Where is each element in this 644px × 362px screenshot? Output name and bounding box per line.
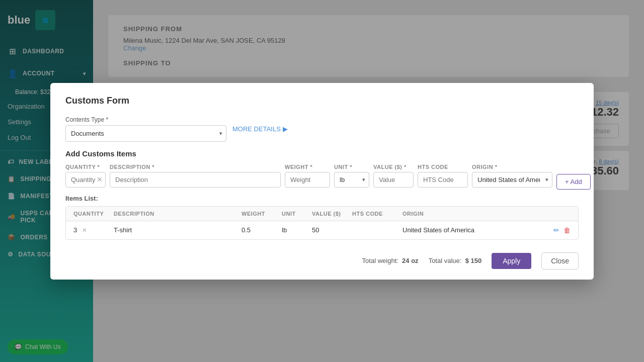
total-weight-label: Total weight: 24 oz — [362, 257, 419, 264]
close-button[interactable]: Close — [541, 252, 579, 269]
col-header-quantity: Quantity * — [65, 164, 106, 170]
origin-select[interactable]: United States of America Canada Mexico U… — [472, 172, 552, 188]
total-value-display: $ 150 — [465, 257, 482, 264]
th-weight: WEIGHT — [242, 211, 282, 217]
customs-form-modal: Customs Form Contents Type * Documents G… — [50, 83, 594, 280]
row-clear-icon[interactable]: ✕ — [82, 227, 87, 234]
col-header-hts: HTS Code — [418, 164, 468, 170]
items-list-title: Items List: — [65, 195, 579, 202]
more-details-link[interactable]: MORE DETAILS ▶ — [232, 125, 288, 133]
item-row-actions: ✏ 🗑 — [530, 226, 571, 234]
table-row: 3 ✕ T-shirt 0.5 lb 50 United States of A… — [66, 221, 578, 239]
th-actions — [530, 211, 571, 217]
th-value: VALUE ($) — [312, 211, 352, 217]
description-input[interactable] — [110, 172, 281, 188]
items-table: QUANTITY DESCRIPTION WEIGHT UNIT VALUE (… — [65, 206, 579, 240]
unit-select-wrapper: lb oz kg g — [334, 172, 369, 188]
item-value: 50 — [312, 226, 352, 234]
th-unit: UNIT — [282, 211, 312, 217]
th-hts: HTS CODE — [352, 211, 403, 217]
item-description: T-shirt — [114, 226, 242, 234]
value-input[interactable] — [373, 172, 414, 188]
contents-type-label: Contents Type * — [65, 116, 226, 123]
col-header-value: Value ($) * — [373, 164, 414, 170]
unit-select[interactable]: lb oz kg g — [334, 172, 369, 188]
col-header-weight: Weight * — [285, 164, 330, 170]
edit-item-icon[interactable]: ✏ — [553, 226, 559, 234]
item-origin: United States of America — [403, 226, 530, 234]
quantity-input-wrapper: ✕ — [65, 172, 106, 188]
quantity-clear-icon[interactable]: ✕ — [97, 175, 103, 184]
total-weight-value: 24 oz — [402, 257, 419, 264]
item-weight: 0.5 — [242, 226, 282, 234]
col-header-origin: Origin * — [472, 164, 552, 170]
add-items-title: Add Customs Items — [65, 149, 579, 158]
modal-overlay: Customs Form Contents Type * Documents G… — [0, 0, 644, 362]
items-list-section: Items List: QUANTITY DESCRIPTION WEIGHT … — [65, 195, 579, 240]
contents-type-wrapper: Documents Gift Merchandise Sample Return… — [65, 125, 226, 142]
total-value-label: Total value: $ 150 — [429, 257, 482, 264]
items-form-area: Quantity * ✕ Description * Weight * Unit… — [65, 164, 579, 190]
contents-type-select[interactable]: Documents Gift Merchandise Sample Return… — [65, 125, 226, 142]
hts-code-input[interactable] — [418, 172, 468, 188]
delete-item-icon[interactable]: 🗑 — [564, 226, 571, 234]
more-details-arrow-icon: ▶ — [283, 125, 288, 133]
items-table-header: QUANTITY DESCRIPTION WEIGHT UNIT VALUE (… — [66, 207, 578, 221]
modal-footer: Total weight: 24 oz Total value: $ 150 A… — [65, 247, 579, 269]
item-quantity: 3 ✕ — [73, 226, 114, 234]
contents-type-row: Contents Type * Documents Gift Merchandi… — [65, 116, 579, 142]
apply-button[interactable]: Apply — [492, 253, 531, 269]
col-header-description: Description * — [110, 164, 281, 170]
th-description: DESCRIPTION — [114, 211, 242, 217]
add-item-button[interactable]: + Add — [556, 174, 591, 190]
total-info: Total weight: 24 oz Total value: $ 150 — [362, 257, 482, 264]
weight-input[interactable] — [285, 172, 330, 188]
item-unit: lb — [282, 226, 312, 234]
col-header-unit: Unit * — [334, 164, 369, 170]
th-quantity: QUANTITY — [73, 211, 114, 217]
modal-title: Customs Form — [65, 96, 579, 106]
th-origin: ORIGIN — [403, 211, 530, 217]
origin-select-wrapper: United States of America Canada Mexico U… — [472, 172, 552, 188]
